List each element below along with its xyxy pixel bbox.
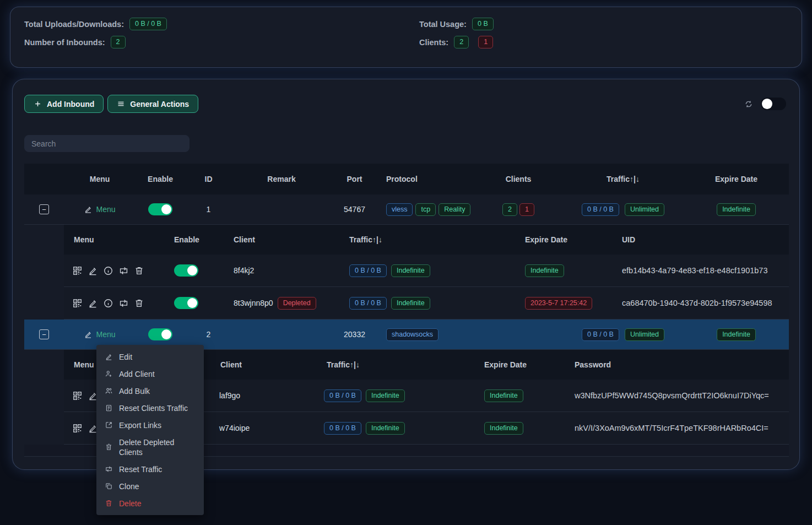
toggle-knob <box>762 99 772 109</box>
menu-item-reset-traffic[interactable]: Reset Traffic <box>96 461 204 478</box>
menu-item-label: Edit <box>119 352 132 362</box>
client-name: w74ioipe <box>218 424 320 432</box>
client-password: w3NfbzUPf5WWd745Q8pvsmQrdrttT2IO6knuI7Di… <box>568 391 789 400</box>
inbound-row-1: − Menu 1 54767 vless tcp Reality 2 1 0 <box>24 194 789 225</box>
menu-item-add-bulk[interactable]: Add Bulk <box>96 382 204 399</box>
inbound-enable-toggle[interactable] <box>148 203 172 215</box>
col-client: Client <box>229 235 345 244</box>
users-icon <box>105 387 113 395</box>
col-uid: UID <box>618 235 789 244</box>
toggle-knob <box>161 329 171 339</box>
traffic-badge: 0 B / 0 B <box>349 264 387 277</box>
search-input[interactable] <box>24 135 190 152</box>
traffic-limit-badge: Indefinite <box>391 297 430 310</box>
qrcode-icon[interactable] <box>72 391 83 401</box>
qrcode-icon[interactable] <box>72 266 83 276</box>
security-badge: Reality <box>439 203 470 216</box>
inbound-menu-trigger[interactable]: Menu <box>84 205 115 214</box>
col-protocol: Protocol <box>378 175 474 183</box>
add-inbound-button[interactable]: Add Inbound <box>24 95 104 113</box>
traffic-badge: 0 B / 0 B <box>349 297 387 310</box>
client-name: laf9go <box>218 391 320 400</box>
depleted-badge: Depleted <box>278 297 316 310</box>
toolbar: Add Inbound General Actions <box>24 95 786 113</box>
col-expire-date: Expire Date <box>684 175 789 183</box>
clients-count-badge: 2 <box>502 203 517 216</box>
traffic-badge: 0 B / 0 B <box>324 389 361 402</box>
client-row: 8t3wjnn8p0 Depleted 0 B / 0 B Indefinite… <box>64 287 789 320</box>
menu-item-delete-depleted-clients[interactable]: Delete Depleted Clients <box>96 434 204 461</box>
col-enable: Enable <box>160 235 229 244</box>
col-traffic-sort[interactable]: Traffic↑|↓ <box>320 360 474 369</box>
inbound-port: 54767 <box>331 205 378 214</box>
edit-icon[interactable] <box>88 266 98 276</box>
menu-item-label: Reset Traffic <box>119 464 162 474</box>
qrcode-icon[interactable] <box>72 298 83 308</box>
info-icon[interactable] <box>103 298 113 308</box>
total-uploads-downloads-label: Total Uploads/Downloads: <box>24 20 124 29</box>
col-menu: Menu <box>64 175 136 183</box>
reset-traffic-icon[interactable] <box>118 266 129 276</box>
client-enable-toggle[interactable] <box>174 297 198 309</box>
inbound-port: 20332 <box>331 330 378 339</box>
clients-label: Clients: <box>419 38 448 47</box>
dark-mode-toggle[interactable] <box>761 98 786 110</box>
expire-badge: Indefinite <box>717 203 756 216</box>
menu-item-edit[interactable]: Edit <box>96 348 204 365</box>
col-expire-date: Expire Date <box>518 235 618 244</box>
protocol-badge: shadowsocks <box>386 328 439 341</box>
collapse-row-button[interactable]: − <box>39 204 49 214</box>
menu-item-label: Clone <box>119 481 139 491</box>
qrcode-icon[interactable] <box>72 423 83 434</box>
col-id: ID <box>185 175 232 183</box>
trash-icon <box>105 499 113 507</box>
inbound-id: 1 <box>185 205 232 214</box>
hamburger-icon <box>117 100 125 108</box>
trash-icon[interactable] <box>134 266 144 276</box>
delete-depleted-icon <box>105 443 113 451</box>
col-traffic-sort[interactable]: Traffic↑|↓ <box>345 235 518 244</box>
client-name: 8f4kj2 <box>229 266 345 275</box>
menu-item-clone[interactable]: Clone <box>96 478 204 495</box>
client-row: 8f4kj2 0 B / 0 B Indefinite Indefinite e… <box>64 255 789 287</box>
col-password: Password <box>568 360 789 369</box>
clients-table-header: Menu Enable Client Traffic↑|↓ Expire Dat… <box>64 225 789 255</box>
inbound-menu-trigger[interactable]: Menu <box>84 330 115 339</box>
traffic-badge: 0 B / 0 B <box>324 422 361 435</box>
expire-badge: Indefinite <box>484 422 523 435</box>
traffic-limit-badge: Indefinite <box>391 264 430 277</box>
total-usage-label: Total Usage: <box>419 20 467 29</box>
transport-badge: tcp <box>415 203 436 216</box>
inbound-enable-toggle[interactable] <box>148 328 172 340</box>
clients-active-count: 2 <box>454 36 469 48</box>
col-port: Port <box>331 175 378 183</box>
export-icon <box>105 421 113 429</box>
general-actions-button[interactable]: General Actions <box>107 95 198 113</box>
client-uid: ca68470b-1940-437d-802b-1f9573e94598 <box>618 299 789 307</box>
traffic-limit-badge: Indefinite <box>366 389 405 402</box>
clone-icon <box>105 482 113 490</box>
edit-icon[interactable] <box>88 298 98 308</box>
total-usage-value: 0 B <box>472 18 494 30</box>
toggle-knob <box>161 204 171 214</box>
trash-icon[interactable] <box>134 298 144 308</box>
clipboard-reset-icon <box>105 404 113 412</box>
reset-traffic-icon[interactable] <box>118 298 129 308</box>
client-enable-toggle[interactable] <box>174 264 198 277</box>
refresh-icon[interactable] <box>744 100 753 109</box>
expire-badge: Indefinite <box>717 328 756 341</box>
collapse-row-button[interactable]: − <box>39 329 49 339</box>
col-client: Client <box>218 360 320 369</box>
col-traffic-sort[interactable]: Traffic↑|↓ <box>562 175 684 183</box>
info-icon[interactable] <box>103 266 113 276</box>
expire-badge: Indefinite <box>484 389 523 402</box>
menu-item-reset-clients-traffic[interactable]: Reset Clients Traffic <box>96 399 204 416</box>
inbound-menu-label: Menu <box>96 330 115 339</box>
add-inbound-label: Add Inbound <box>47 100 94 109</box>
edit-icon <box>105 353 113 361</box>
menu-item-add-client[interactable]: Add Client <box>96 365 204 382</box>
menu-item-export-links[interactable]: Export Links <box>96 416 204 434</box>
stats-panel: Total Uploads/Downloads: 0 B / 0 B Total… <box>10 7 802 68</box>
toggle-knob <box>187 266 197 275</box>
menu-item-delete[interactable]: Delete <box>96 495 204 512</box>
